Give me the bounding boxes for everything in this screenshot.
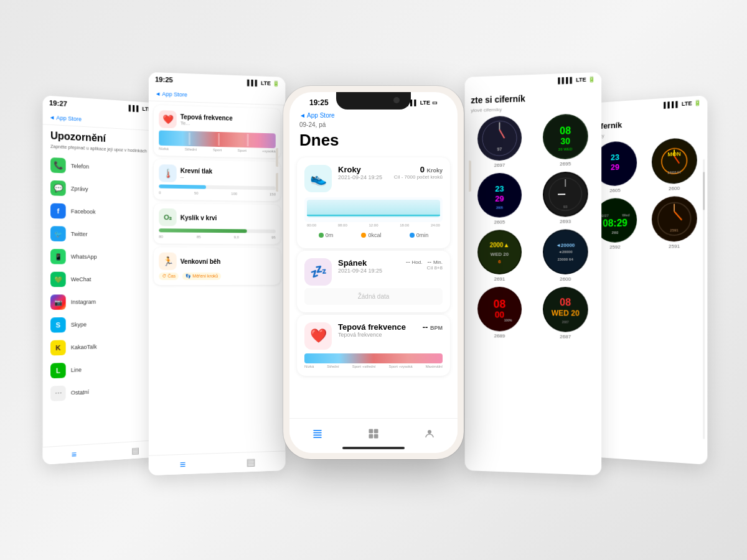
wf2-item-extra[interactable]: 2591 2591 xyxy=(647,195,702,250)
run-stat-time: ⏱ Čas xyxy=(159,273,179,280)
svg-text:◄20000: ◄20000 xyxy=(556,243,575,248)
front-camera xyxy=(393,97,400,103)
svg-point-46 xyxy=(653,139,696,184)
outdoor-run-card: 🏃 Venkovní běh ⏱ Čas 👣 Měření kroků xyxy=(154,247,281,285)
wf2-item-2600[interactable]: MON23000 64 2600 xyxy=(647,137,702,192)
whatsapp-icon: 📱 xyxy=(50,249,66,264)
main-nav[interactable]: ◄ App Store xyxy=(289,111,458,120)
wf1-grid: 97 2697 083020 WED 2695 23292605 2605 93 xyxy=(465,113,602,340)
tab-profile[interactable] xyxy=(423,429,436,439)
kakaotalk-icon: K xyxy=(50,340,66,355)
wf-item-2697[interactable]: 97 2697 xyxy=(469,115,530,169)
svg-text:08:29: 08:29 xyxy=(603,217,627,228)
svg-text:6: 6 xyxy=(498,259,501,264)
sleep-value-area: -- Hod. -- Min. Cíl 8+8 xyxy=(406,258,443,271)
notif-tab2-icon[interactable]: ▤ xyxy=(131,445,139,455)
notif-item-wechat[interactable]: 💚 WeChat xyxy=(43,268,166,291)
wf-id-2691: 2691 xyxy=(494,276,505,282)
health-tab1-icon[interactable]: ≡ xyxy=(180,459,186,470)
wf-id-2689: 2689 xyxy=(494,333,505,338)
sleep-header: 💤 Spánek 2021-09-24 19:25 -- Hod. -- Min… xyxy=(304,258,443,286)
steps-card: 👟 Kroky 2021-09-24 19:25 0 Kroky Cíl - 7… xyxy=(297,157,450,248)
notif-time: 19:27 xyxy=(49,99,67,108)
notif-label-twitter: Twitter xyxy=(71,231,88,238)
svg-text:◄20000: ◄20000 xyxy=(558,250,573,254)
wf2-id-2605: 2605 xyxy=(609,187,620,193)
notif-item-instagram[interactable]: 📷 Instagram xyxy=(43,291,166,314)
hr-main-name: Tepová frekvence xyxy=(338,322,423,332)
steps-chart xyxy=(304,197,443,222)
svg-point-57 xyxy=(653,197,696,240)
main-time: 19:25 xyxy=(299,98,329,107)
hr-main-icon: ❤️ xyxy=(304,322,332,350)
o2-bar xyxy=(159,228,276,233)
tab-health-icon xyxy=(367,429,380,439)
wf-item-2689[interactable]: 0800100% 2689 xyxy=(469,287,530,339)
wf-id-2687: 2687 xyxy=(560,334,571,339)
run-title: Venkovní běh xyxy=(181,258,221,264)
svg-rect-4 xyxy=(369,429,374,433)
other-icon: ⋯ xyxy=(50,386,66,401)
blood-pressure-card: 🌡️ Krevní tlak -- 0 50 100 150 xyxy=(154,159,281,202)
health-nav-back[interactable]: ◄ App Store xyxy=(155,90,187,98)
bp-scale: 0 50 100 150 xyxy=(159,191,276,197)
svg-text:2605: 2605 xyxy=(496,207,503,210)
health-time: 19:25 xyxy=(155,75,173,83)
notif-label-phone: Telefon xyxy=(71,163,89,170)
notif-item-twitter[interactable]: 🐦 Twitter xyxy=(43,222,166,246)
hr-main-value: -- BPM xyxy=(423,322,443,332)
svg-point-22 xyxy=(544,172,587,215)
notif-tab1-icon[interactable]: ≡ xyxy=(72,449,77,459)
power-button xyxy=(469,161,471,192)
twitter-icon: 🐦 xyxy=(50,226,66,241)
run-icon: 🏃 xyxy=(159,253,176,270)
notif-item-kakaotalk[interactable]: K KakaoTalk xyxy=(43,334,166,360)
wf-item-2693[interactable]: 93 2693 xyxy=(535,171,596,225)
tab-overview[interactable] xyxy=(311,429,324,439)
wf1-lte: LTE xyxy=(576,77,586,83)
o2-header: O₂ Kyslík v krvi xyxy=(159,208,276,227)
wf-item-2695[interactable]: 083020 WED 2695 xyxy=(535,113,596,167)
o2-title: Kyslík v krvi xyxy=(181,214,217,222)
wf-item-2691[interactable]: 2000▲WED 206 2691 xyxy=(469,230,530,282)
bp-header: 🌡️ Krevní tlak -- xyxy=(159,164,276,184)
notif-item-facebook[interactable]: f Facebook xyxy=(43,199,166,225)
wf-item-2687[interactable]: 08WED 202687 2687 xyxy=(535,287,596,340)
screen-notifications: 19:27 ▌▌▌ LTE 🔋 ◄ App Store Upozornění Z… xyxy=(43,95,166,465)
notif-item-skype[interactable]: S Skype xyxy=(43,312,166,337)
notif-nav-back[interactable]: ◄ App Store xyxy=(49,114,82,122)
heart-rate-icon: ❤️ xyxy=(159,110,176,128)
health-tab2-icon[interactable]: ▤ xyxy=(247,456,256,468)
notif-item-ostatni[interactable]: ⋯ Ostatní xyxy=(43,378,166,405)
svg-text:23: 23 xyxy=(495,184,504,194)
svg-rect-6 xyxy=(369,434,374,438)
heart-rate-chart xyxy=(159,130,276,148)
notif-item-whatsapp[interactable]: 📱 WhatsApp xyxy=(43,245,166,269)
steps-chart-labels: 00:00 08:00 12:00 18:00 24:00 xyxy=(304,222,443,228)
wf-circle-2687: 08WED 202687 xyxy=(543,287,588,332)
notif-label-wechat: WeChat xyxy=(71,276,92,282)
wf-circle-2689: 0800100% xyxy=(477,287,522,332)
wf2-status-icons: ▌▌▌▌ LTE 🔋 xyxy=(664,100,701,108)
health-status-icons: ▌▌▌ LTE 🔋 xyxy=(247,80,279,87)
bp-title: Krevní tlak xyxy=(181,167,212,175)
main-phone-wrapper: 19:25 ▌▌▌▌ LTE ▭ ◄ App Store 09-24, pá D… xyxy=(283,86,464,459)
svg-text:100%: 100% xyxy=(504,319,512,322)
phone-notch xyxy=(336,92,411,110)
notif-tab-bar: ≡ ▤ xyxy=(43,439,166,465)
wf-item-2600[interactable]: ◄20000◄2000023000 64 2600 xyxy=(535,229,596,282)
notif-item-zpravy[interactable]: 💬 Zprávy xyxy=(43,176,166,203)
wf2-grid: 2329 2605 MON23000 64 2600 02/27Wed08:29… xyxy=(584,137,707,250)
wf-circle-2600: ◄20000◄2000023000 64 xyxy=(543,229,588,274)
notif-label-kakaotalk: KakaoTalk xyxy=(71,343,97,350)
notif-label-facebook: Facebook xyxy=(71,208,96,215)
tab-health[interactable] xyxy=(367,429,380,439)
health-tab-bar: ≡ ▤ xyxy=(149,450,285,475)
wf-circle-2693: 93 xyxy=(543,171,588,217)
wf-item-2605[interactable]: 23292605 2605 xyxy=(469,172,530,225)
wechat-icon: 💚 xyxy=(50,272,66,287)
volume-down-button xyxy=(276,173,278,192)
hr-main-info: Tepová frekvence Tepová frekvence xyxy=(332,322,423,338)
main-phone-outer: 19:25 ▌▌▌▌ LTE ▭ ◄ App Store 09-24, pá D… xyxy=(283,86,464,459)
steps-name: Kroky xyxy=(338,165,394,174)
